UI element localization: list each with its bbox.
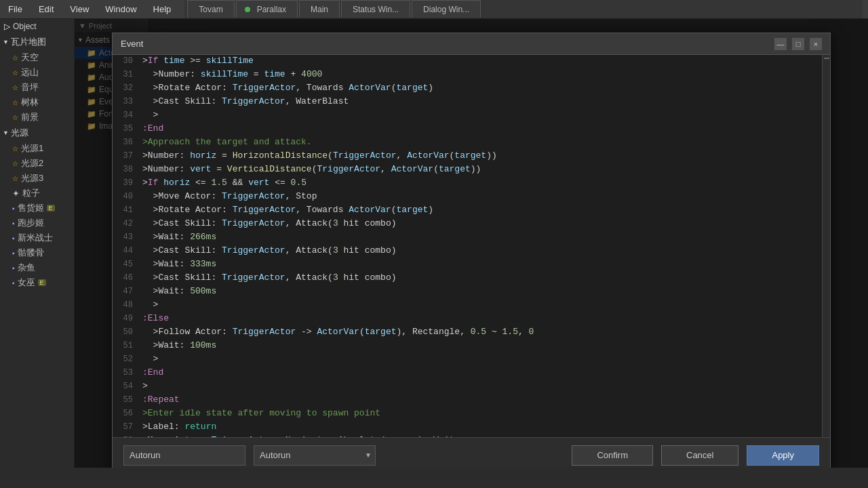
code-line[interactable]: 43 >Wait: 266ms <box>113 231 822 245</box>
code-line[interactable]: 33 >Cast Skill: TriggerActor, WaterBlast <box>113 96 822 109</box>
star-icon-4: ☆ <box>12 99 18 106</box>
sidebar-item-sulin[interactable]: ☆ 树林 <box>0 95 74 110</box>
event-modal: Event — □ × 30>If time >= skillTime31 >N… <box>112 33 831 468</box>
sidebar-item-particle[interactable]: ✦ 粒子 <box>0 186 74 201</box>
scroll-area[interactable] <box>822 55 830 437</box>
line-number: 39 <box>113 178 140 188</box>
tab-dialog-label: Dialog Win... <box>420 3 472 16</box>
line-number: 33 <box>113 97 140 106</box>
line-number: 44 <box>113 246 140 256</box>
menu-window[interactable]: Window <box>102 3 139 16</box>
tab-tovam[interactable]: Tovam <box>187 0 234 18</box>
tab-main[interactable]: Main <box>299 0 340 18</box>
modal-bottom-bar: AutorunTriggerContactCustom ▼ Confirm Ca… <box>113 437 830 468</box>
sidebar-item-light2[interactable]: ☆ 光源2 <box>0 156 74 171</box>
object-text[interactable]: Object <box>13 22 37 31</box>
menu-file[interactable]: File <box>5 3 25 16</box>
apply-button[interactable]: Apply <box>747 445 819 466</box>
cancel-button[interactable]: Cancel <box>661 445 738 466</box>
code-line[interactable]: 34 > <box>113 109 822 123</box>
sidebar-item-actor-2[interactable]: ▪ 新米战士 <box>0 230 74 245</box>
code-line[interactable]: 32 >Rotate Actor: TriggerActor, Towards … <box>113 82 822 96</box>
code-line[interactable]: 50 >Follow Actor: TriggerActor -> ActorV… <box>113 326 822 340</box>
code-line[interactable]: 37>Number: horiz = HorizontalDistance(Tr… <box>113 150 822 163</box>
actor-icon-2: ▪ <box>12 235 15 242</box>
sidebar-item-light1[interactable]: ☆ 光源1 <box>0 141 74 156</box>
sidebar-item-yuanshan[interactable]: ☆ 远山 <box>0 65 74 80</box>
code-line[interactable]: 56>Enter idle state after moving to spaw… <box>113 407 822 421</box>
line-number: 51 <box>113 341 140 350</box>
line-content: >Cast Skill: TriggerActor, Attack(3 hit … <box>140 218 822 228</box>
modal-max-button[interactable]: □ <box>792 38 804 50</box>
tab-parallax[interactable]: Parallax <box>236 0 298 18</box>
sidebar-item-actor-1[interactable]: ▪ 跑步姬 <box>0 216 74 230</box>
line-content: >Number: horiz = HorizontalDistance(Trig… <box>140 150 822 161</box>
star-light-icon-3: ☆ <box>12 175 18 182</box>
dot-icon-particle: ✦ <box>12 188 20 199</box>
code-line[interactable]: 51 >Wait: 100ms <box>113 340 822 353</box>
modal-min-button[interactable]: — <box>774 38 787 50</box>
menu-view[interactable]: View <box>67 3 92 16</box>
line-content: >Cast Skill: TriggerActor, WaterBlast <box>140 96 822 106</box>
light-label: 光源 <box>11 127 28 139</box>
star-icon-5: ☆ <box>12 114 18 121</box>
menu-help[interactable]: Help <box>151 3 174 16</box>
code-line[interactable]: 36>Approach the target and attack. <box>113 136 822 150</box>
line-number: 40 <box>113 192 140 201</box>
tab-parallax-label: Parallax <box>254 3 289 16</box>
line-number: 31 <box>113 70 140 79</box>
line-content: >If horiz <= 1.5 && vert <= 0.5 <box>140 178 822 188</box>
code-line[interactable]: 44 >Cast Skill: TriggerActor, Attack(3 h… <box>113 245 822 258</box>
code-line[interactable]: 41 >Rotate Actor: TriggerActor, Towards … <box>113 204 822 218</box>
tab-dialog-win[interactable]: Dialog Win... <box>412 0 481 18</box>
event-name-input[interactable] <box>123 445 245 466</box>
line-number: 55 <box>113 395 140 405</box>
sidebar-item-actor-5[interactable]: ▪ 女巫 E <box>0 275 74 290</box>
code-line[interactable]: 53:End <box>113 367 822 380</box>
code-editor[interactable]: 30>If time >= skillTime31 >Number: skill… <box>113 55 822 437</box>
code-line[interactable]: 49:Else <box>113 312 822 326</box>
code-line[interactable]: 52 > <box>113 353 822 367</box>
sidebar-search-bar: ▷ Object <box>0 19 74 34</box>
light-group[interactable]: ▼ 光源 <box>0 125 74 141</box>
sidebar-item-light3[interactable]: ☆ 光源3 <box>0 171 74 186</box>
sidebar-item-qianjing[interactable]: ☆ 前景 <box>0 110 74 125</box>
code-line[interactable]: 57>Label: return <box>113 421 822 434</box>
line-number: 48 <box>113 300 140 310</box>
code-line[interactable]: 39>If horiz <= 1.5 && vert <= 0.5 <box>113 177 822 190</box>
code-line[interactable]: 42 >Cast Skill: TriggerActor, Attack(3 h… <box>113 218 822 231</box>
menu-bar: File Edit View Window Help Tovam Paralla… <box>0 0 868 19</box>
code-line[interactable]: 40 >Move Actor: TriggerActor, Stop <box>113 190 822 204</box>
sidebar-item-tiankon[interactable]: ☆ 天空 <box>0 50 74 65</box>
line-content: >Label: return <box>140 422 822 432</box>
code-line[interactable]: 38>Number: vert = VerticalDistance(Trigg… <box>113 163 822 177</box>
trigger-dropdown[interactable]: AutorunTriggerContactCustom <box>254 445 376 466</box>
code-line[interactable]: 45 >Wait: 333ms <box>113 258 822 272</box>
code-line[interactable]: 31 >Number: skillTime = time + 4000 <box>113 68 822 82</box>
line-number: 46 <box>113 273 140 283</box>
sidebar-item-yinping[interactable]: ☆ 音坪 <box>0 80 74 95</box>
code-line[interactable]: 30>If time >= skillTime <box>113 55 822 68</box>
sidebar-item-actor-4[interactable]: ▪ 杂鱼 <box>0 260 74 275</box>
modal-close-button[interactable]: × <box>810 38 822 50</box>
sidebar-item-actor-0[interactable]: ▪ 售货姬 E <box>0 201 74 216</box>
line-number: 36 <box>113 138 140 147</box>
sidebar-item-actor-3[interactable]: ▪ 骷髅骨 <box>0 245 74 260</box>
menu-edit[interactable]: Edit <box>36 3 56 16</box>
line-number: 47 <box>113 287 140 296</box>
code-line[interactable]: 48 > <box>113 299 822 312</box>
code-line[interactable]: 54> <box>113 380 822 394</box>
actor-icon-1: ▪ <box>12 220 15 227</box>
line-content: >Wait: 333ms <box>140 259 822 269</box>
tilemap-group[interactable]: ▼ 瓦片地图 <box>0 34 74 50</box>
confirm-button[interactable]: Confirm <box>572 445 653 466</box>
tab-status-win[interactable]: Status Win... <box>341 0 410 18</box>
line-number: 42 <box>113 219 140 228</box>
badge-e-0: E <box>47 205 55 211</box>
code-line[interactable]: 35:End <box>113 123 822 136</box>
line-content: >Number: skillTime = time + 4000 <box>140 69 822 79</box>
line-content: >Move Actor: TriggerActor, Stop <box>140 191 822 201</box>
code-line[interactable]: 46 >Cast Skill: TriggerActor, Attack(3 h… <box>113 272 822 285</box>
code-line[interactable]: 55:Repeat <box>113 394 822 407</box>
code-line[interactable]: 47 >Wait: 500ms <box>113 285 822 299</box>
